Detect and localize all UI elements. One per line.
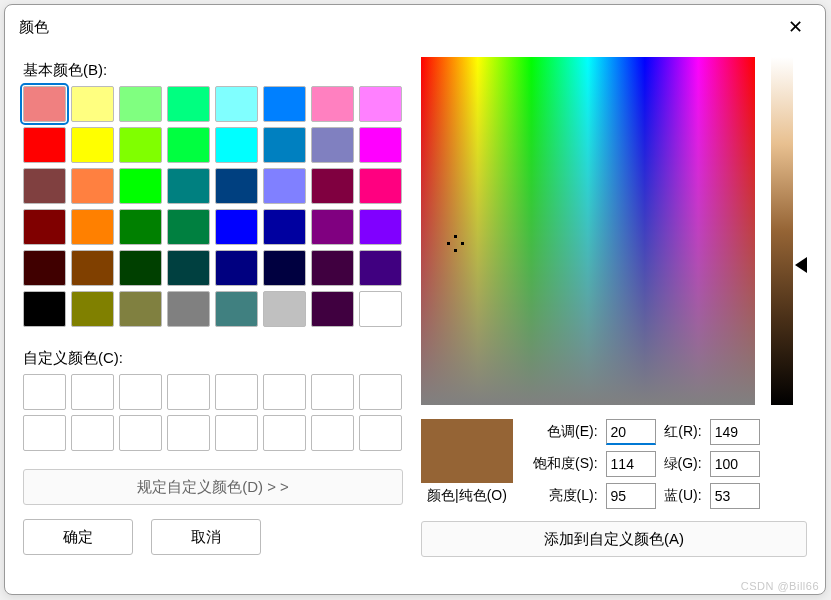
basic-color-swatch[interactable]: [167, 168, 210, 204]
custom-color-swatch[interactable]: [215, 415, 258, 451]
red-input[interactable]: [710, 419, 760, 445]
color-gradient-picker[interactable]: [421, 57, 755, 405]
custom-color-swatch[interactable]: [359, 374, 402, 410]
green-label: 绿(G):: [664, 455, 702, 473]
basic-color-swatch[interactable]: [215, 250, 258, 286]
basic-color-swatch[interactable]: [119, 291, 162, 327]
basic-color-swatch[interactable]: [71, 86, 114, 122]
basic-color-swatch[interactable]: [71, 291, 114, 327]
basic-color-swatch[interactable]: [359, 291, 402, 327]
basic-color-swatch[interactable]: [215, 86, 258, 122]
custom-color-swatch[interactable]: [71, 374, 114, 410]
basic-color-swatch[interactable]: [71, 127, 114, 163]
custom-color-swatch[interactable]: [23, 415, 66, 451]
add-to-custom-button[interactable]: 添加到自定义颜色(A): [421, 521, 807, 557]
basic-color-swatch[interactable]: [215, 209, 258, 245]
basic-color-swatch[interactable]: [359, 86, 402, 122]
custom-color-grid: [23, 374, 403, 451]
basic-color-swatch[interactable]: [311, 250, 354, 286]
basic-color-swatch[interactable]: [71, 168, 114, 204]
basic-color-swatch[interactable]: [23, 209, 66, 245]
basic-color-swatch[interactable]: [23, 127, 66, 163]
basic-color-swatch[interactable]: [215, 168, 258, 204]
basic-color-swatch[interactable]: [215, 291, 258, 327]
basic-color-swatch[interactable]: [167, 250, 210, 286]
basic-color-swatch[interactable]: [263, 209, 306, 245]
custom-color-swatch[interactable]: [119, 374, 162, 410]
luminance-arrow-icon[interactable]: [795, 257, 807, 273]
custom-color-swatch[interactable]: [119, 415, 162, 451]
ok-button[interactable]: 确定: [23, 519, 133, 555]
basic-color-swatch[interactable]: [119, 127, 162, 163]
basic-color-swatch[interactable]: [263, 168, 306, 204]
custom-colors-label: 自定义颜色(C):: [23, 349, 403, 368]
basic-color-swatch[interactable]: [263, 86, 306, 122]
custom-color-swatch[interactable]: [359, 415, 402, 451]
custom-color-swatch[interactable]: [167, 374, 210, 410]
basic-color-swatch[interactable]: [311, 127, 354, 163]
basic-color-swatch[interactable]: [71, 209, 114, 245]
left-panel: 基本颜色(B): 自定义颜色(C): 规定自定义颜色(D) > > 确定 取消: [23, 49, 403, 557]
sat-input[interactable]: [606, 451, 656, 477]
custom-color-swatch[interactable]: [23, 374, 66, 410]
blue-label: 蓝(U):: [664, 487, 702, 505]
basic-color-swatch[interactable]: [359, 168, 402, 204]
sat-label: 饱和度(S):: [533, 455, 598, 473]
basic-color-swatch[interactable]: [311, 168, 354, 204]
luminance-bar[interactable]: [771, 57, 793, 405]
define-custom-button[interactable]: 规定自定义颜色(D) > >: [23, 469, 403, 505]
basic-color-swatch[interactable]: [119, 168, 162, 204]
custom-color-swatch[interactable]: [263, 415, 306, 451]
basic-color-swatch[interactable]: [311, 86, 354, 122]
custom-color-swatch[interactable]: [71, 415, 114, 451]
lum-input[interactable]: [606, 483, 656, 509]
basic-color-swatch[interactable]: [23, 168, 66, 204]
basic-color-swatch[interactable]: [311, 291, 354, 327]
basic-color-swatch[interactable]: [359, 127, 402, 163]
value-inputs: 色调(E): 红(R): 饱和度(S): 绿(G): 亮度(L): 蓝(U):: [533, 419, 760, 509]
basic-color-swatch[interactable]: [215, 127, 258, 163]
custom-color-swatch[interactable]: [263, 374, 306, 410]
lum-label: 亮度(L):: [533, 487, 598, 505]
basic-color-swatch[interactable]: [263, 291, 306, 327]
basic-color-swatch[interactable]: [167, 291, 210, 327]
blue-input[interactable]: [710, 483, 760, 509]
basic-color-swatch[interactable]: [167, 209, 210, 245]
basic-color-swatch[interactable]: [359, 250, 402, 286]
green-input[interactable]: [710, 451, 760, 477]
title-bar: 颜色 ✕: [5, 5, 825, 49]
custom-color-swatch[interactable]: [167, 415, 210, 451]
basic-color-swatch[interactable]: [23, 250, 66, 286]
basic-color-swatch[interactable]: [71, 250, 114, 286]
cancel-button[interactable]: 取消: [151, 519, 261, 555]
color-preview: [421, 419, 513, 483]
red-label: 红(R):: [664, 423, 702, 441]
basic-color-swatch[interactable]: [119, 86, 162, 122]
watermark: CSDN @Bill66: [741, 580, 819, 592]
hue-input[interactable]: [606, 419, 656, 445]
basic-color-swatch[interactable]: [167, 86, 210, 122]
custom-color-swatch[interactable]: [311, 415, 354, 451]
basic-color-swatch[interactable]: [23, 291, 66, 327]
basic-color-swatch[interactable]: [23, 86, 66, 122]
basic-color-swatch[interactable]: [119, 209, 162, 245]
dialog-title: 颜色: [19, 18, 49, 37]
basic-color-swatch[interactable]: [263, 127, 306, 163]
basic-color-swatch[interactable]: [311, 209, 354, 245]
hue-label: 色调(E):: [533, 423, 598, 441]
custom-color-swatch[interactable]: [311, 374, 354, 410]
basic-color-grid: [23, 86, 403, 327]
basic-color-swatch[interactable]: [359, 209, 402, 245]
right-panel: 颜色|纯色(O) 色调(E): 红(R): 饱和度(S): 绿(G): 亮度(L…: [421, 49, 807, 557]
basic-colors-label: 基本颜色(B):: [23, 61, 403, 80]
close-icon[interactable]: ✕: [780, 12, 811, 42]
basic-color-swatch[interactable]: [119, 250, 162, 286]
custom-color-swatch[interactable]: [215, 374, 258, 410]
basic-color-swatch[interactable]: [167, 127, 210, 163]
preview-label: 颜色|纯色(O): [421, 487, 513, 505]
basic-color-swatch[interactable]: [263, 250, 306, 286]
color-dialog: 颜色 ✕ 基本颜色(B): 自定义颜色(C): 规定自定义颜色(D) > > 确…: [4, 4, 826, 595]
